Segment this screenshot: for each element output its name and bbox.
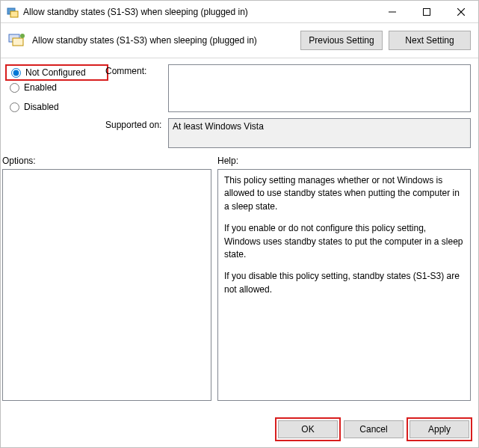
- previous-setting-button[interactable]: Previous Setting: [300, 31, 383, 50]
- help-paragraph: If you disable this policy setting, stan…: [224, 270, 464, 296]
- lower-panes: This policy setting manages whether or n…: [1, 166, 471, 413]
- dialog-footer: OK Cancel Apply: [1, 413, 478, 447]
- radio-enabled-label: Enabled: [24, 82, 57, 93]
- supported-label: Supported on:: [105, 118, 168, 130]
- titlebar: Allow standby states (S1-S3) when sleepi…: [1, 1, 478, 23]
- help-paragraph: If you enable or do not configure this p…: [224, 222, 464, 261]
- radio-enabled[interactable]: Enabled: [8, 79, 105, 96]
- help-pane: This policy setting manages whether or n…: [217, 169, 471, 401]
- options-pane: [2, 169, 211, 401]
- help-label: Help:: [217, 156, 471, 166]
- window-controls: [375, 1, 478, 22]
- config-section: Not Configured Enabled Disabled Comment:…: [1, 58, 478, 148]
- supported-on-value: At least Windows Vista: [168, 118, 471, 148]
- fields-grid: Comment: Supported on: At least Windows …: [105, 64, 471, 148]
- radio-not-configured-input[interactable]: [11, 68, 21, 78]
- next-setting-button[interactable]: Next Setting: [389, 31, 471, 50]
- lower-headers: Options: Help:: [1, 156, 471, 166]
- comment-label: Comment:: [105, 64, 168, 76]
- radio-disabled-label: Disabled: [24, 102, 59, 112]
- policy-header: Allow standby states (S1-S3) when sleepi…: [1, 23, 478, 55]
- app-icon: [7, 6, 19, 18]
- comment-input[interactable]: [168, 64, 471, 112]
- apply-button[interactable]: Apply: [410, 420, 469, 438]
- radio-disabled[interactable]: Disabled: [8, 99, 105, 115]
- radio-disabled-input[interactable]: [10, 102, 19, 112]
- policy-title: Allow standby states (S1-S3) when sleepi…: [32, 35, 294, 46]
- state-radios: Not Configured Enabled Disabled: [8, 64, 105, 148]
- help-paragraph: This policy setting manages whether or n…: [224, 174, 464, 213]
- svg-rect-7: [13, 38, 23, 46]
- svg-rect-1: [10, 11, 18, 17]
- maximize-button[interactable]: [410, 1, 444, 22]
- close-button[interactable]: [444, 1, 478, 22]
- minimize-button[interactable]: [375, 1, 410, 22]
- window-title: Allow standby states (S1-S3) when sleepi…: [23, 7, 375, 17]
- lower-section: Options: Help: This policy setting manag…: [1, 148, 478, 413]
- cancel-button[interactable]: Cancel: [344, 420, 404, 438]
- svg-rect-3: [424, 8, 430, 15]
- policy-icon: [8, 32, 26, 49]
- radio-not-configured[interactable]: Not Configured: [5, 64, 108, 81]
- radio-not-configured-label: Not Configured: [25, 67, 86, 78]
- ok-button[interactable]: OK: [278, 420, 338, 438]
- options-label: Options:: [2, 156, 217, 166]
- svg-point-8: [20, 34, 25, 38]
- radio-enabled-input[interactable]: [10, 83, 19, 93]
